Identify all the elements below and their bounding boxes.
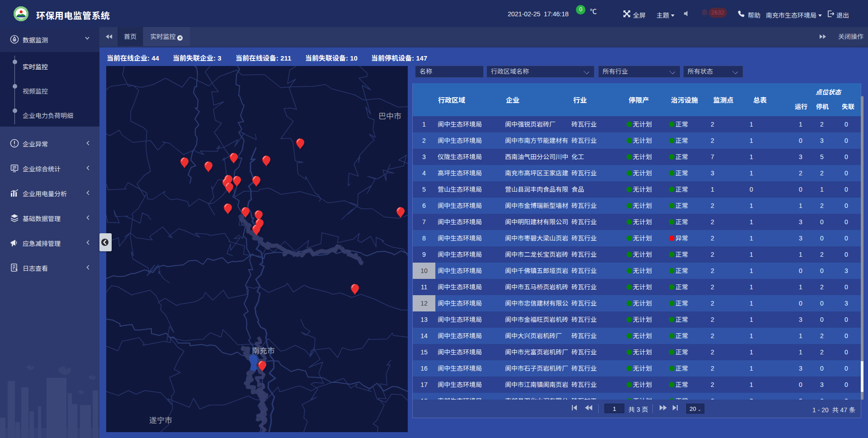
svg-text:巴中市: 巴中市	[378, 110, 401, 121]
svg-text:遂宁市: 遂宁市	[149, 414, 172, 425]
svg-text:南充市: 南充市	[252, 344, 275, 356]
